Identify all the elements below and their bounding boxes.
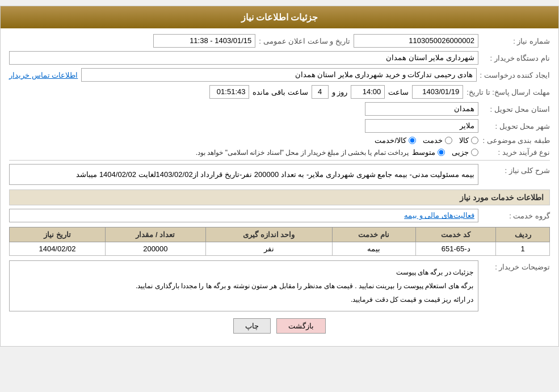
tozihat-value: جزئیات در برگه های پیوستبرگه های استعلام… [9,260,478,311]
radio-mottavasset-input[interactable] [438,149,445,156]
radio-kala-input[interactable] [471,137,478,144]
bazgasht-button[interactable]: بازگشت [276,318,326,334]
radio-jozvi[interactable]: جزیی [452,148,478,157]
tarikh-elan-label: تاریخ و ساعت اعلان عمومی : [259,37,350,45]
services-table: ردیف کد خدمت نام خدمت واحد اندازه گیری ت… [9,227,550,256]
saat-value: 14:00 [351,85,385,99]
noe-farayand-notice: پرداخت تمام یا بخشی از مبلغ خریدار از مح… [9,149,409,157]
radio-kala-khedmat-input[interactable] [409,137,416,144]
groh-khadamat-value: فعالیت‌های مالی و بیمه [9,209,478,222]
mohlat-date-value: 1403/01/19 [412,85,463,99]
radio-mottavasset-label: متوسط [412,148,435,157]
mohlat-label: مهلت ارسال پاسخ: تا تاریخ: [466,88,550,96]
tarikh-elan-value: 1403/01/15 - 11:38 [153,34,255,48]
radio-kala[interactable]: کالا [459,136,478,145]
rooz-value: 4 [312,85,329,99]
nam-dasgah-value: شهرداری ملایر استان همدان [9,51,478,65]
groh-khadamat-link[interactable]: فعالیت‌های مالی و بیمه [404,211,474,220]
shahr-label: شهر محل تحویل : [482,122,550,130]
col-vahed: واحد اندازه گیری [205,227,332,242]
col-radif: ردیف [496,227,550,242]
baghimande-label: ساعت باقی مانده [253,88,308,96]
groh-khadamat-label: گروه خدمت : [482,212,550,220]
tabaghe-radio-group: کالا خدمت کالا/خدمت [375,136,478,145]
baghimande-value: 01:51:43 [209,85,249,99]
radio-kala-khedmat-label: کالا/خدمت [375,136,406,145]
nam-dasgah-label: نام دستگاه خریدار : [482,54,550,62]
radio-jozvi-input[interactable] [471,149,478,156]
etelaaaat-khadamat-header: اطلاعات خدمات مورد نیاز [9,189,550,205]
buttons-row: بازگشت چاپ [9,318,550,334]
noe-farayand-label: نوع فرآیند خرید : [482,148,550,157]
noe-farayand-radio-group: جزیی متوسط [412,148,478,157]
tabaghe-label: طبقه بندی موضوعی : [482,136,550,145]
eedad-konande-label: ایجاد کننده درخواست : [480,71,550,79]
etela-tamas-link[interactable]: اطلاعات تماس خریدار [9,71,78,79]
saat-label: ساعت [388,88,409,96]
page-title: جزئیات اطلاعات نیاز [241,12,318,22]
col-tarikh: تاریخ نیاز [10,227,106,242]
sharh-koli-value: بیمه مسئولیت مدنی- بیمه جامع شهری شهردار… [9,164,478,185]
col-tedad: تعداد / مقدار [106,227,206,242]
col-kod: کد خدمت [416,227,496,242]
shomare-niaz-value: 1103050026000002 [354,34,478,48]
radio-jozvi-label: جزیی [452,148,469,157]
shomare-niaz-label: شماره نیاز : [482,37,550,45]
ostan-label: استان محل تحویل : [482,105,550,113]
page-header: جزئیات اطلاعات نیاز [1,6,558,28]
eedad-konande-value: هادی رحیمی تدارکات و خرید شهرداری ملایر … [81,68,476,82]
radio-khedmat-label: خدمت [423,136,443,145]
radio-kala-khedmat[interactable]: کالا/خدمت [375,136,416,145]
rooz-label: روز و [332,88,348,96]
radio-khedmat[interactable]: خدمت [423,136,452,145]
radio-mottavasset[interactable]: متوسط [412,148,445,157]
radio-khedmat-input[interactable] [445,137,452,144]
tozihat-label: توضیحات خریدار : [482,260,550,271]
chap-button[interactable]: چاپ [233,318,271,334]
ostan-value: همدان [365,102,478,116]
table-row: 1د-65-651بیمهنفر2000001404/02/02 [10,242,550,256]
col-nam: نام خدمت [332,227,415,242]
radio-kala-label: کالا [459,136,469,145]
services-table-section: ردیف کد خدمت نام خدمت واحد اندازه گیری ت… [9,227,550,256]
sharh-koli-label: شرح کلی نیاز : [482,164,550,175]
shahr-value: ملایر [365,119,478,133]
